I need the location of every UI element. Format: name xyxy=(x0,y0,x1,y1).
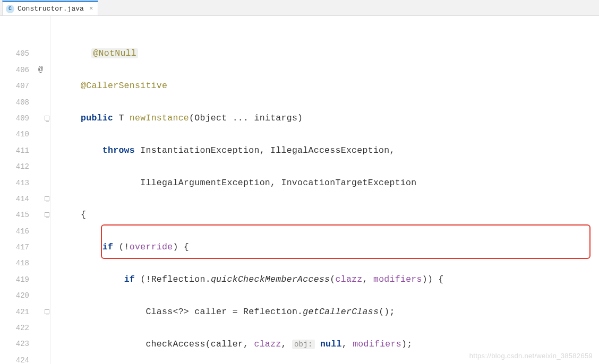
var-caller: caller xyxy=(211,339,243,349)
line-number: 414 xyxy=(0,191,50,207)
tab-filename: Constructor.java xyxy=(18,5,84,13)
override-gutter-icon[interactable]: @ xyxy=(38,62,43,78)
ex-illacc: IllegalAccessException xyxy=(270,145,389,155)
m-quickcheck: quickCheckMemberAccess xyxy=(211,274,330,284)
line-number: 412 xyxy=(0,159,50,175)
code-editor[interactable]: 405406@407408409410411412413414415416417… xyxy=(0,16,599,364)
type-object: Object xyxy=(194,113,227,123)
fold-marker-icon[interactable] xyxy=(45,212,49,217)
field-override: override xyxy=(130,242,173,252)
ex-illarg: IllegalArgumentException xyxy=(140,178,270,188)
line-number: 415 xyxy=(0,207,50,223)
field-modifiers: modifiers xyxy=(353,339,401,349)
line-number: 418 xyxy=(0,255,50,271)
close-icon[interactable]: × xyxy=(89,5,93,13)
kw-throws: throws xyxy=(102,145,135,155)
fold-marker-icon[interactable] xyxy=(45,196,49,201)
kw-null: null xyxy=(320,339,342,349)
line-number: 420 xyxy=(0,288,50,304)
line-number: 410 xyxy=(0,126,50,142)
fold-marker-icon[interactable] xyxy=(45,309,49,314)
line-number: 407 xyxy=(0,78,50,94)
line-number: 409 xyxy=(0,110,50,126)
var-caller: caller xyxy=(194,307,227,317)
type-t: T xyxy=(118,113,124,123)
annotation-callersensitive: @CallerSensitive xyxy=(81,81,167,91)
cls-reflection: Reflection xyxy=(151,274,206,284)
param-initargs: initargs xyxy=(254,113,297,123)
field-clazz: clazz xyxy=(254,339,281,349)
line-number: 424 xyxy=(0,352,50,364)
type-classq: Class<?> xyxy=(146,307,189,317)
line-number: 419 xyxy=(0,272,50,288)
param-hint-obj: obj: xyxy=(292,340,315,349)
field-clazz: clazz xyxy=(336,274,363,284)
kw-if: if xyxy=(102,242,113,252)
tab-bar: C Constructor.java × xyxy=(0,0,599,16)
method-name: newInstance xyxy=(130,113,189,123)
line-number: 406@ xyxy=(0,62,50,78)
ex-inst: InstantiationException xyxy=(140,145,259,155)
code-area[interactable]: @NotNull @CallerSensitive public T newIn… xyxy=(51,16,599,364)
line-number: 421 xyxy=(0,304,50,320)
kw-if: if xyxy=(124,274,135,284)
varargs: ... xyxy=(233,113,249,123)
annotation-notnull: @NotNull xyxy=(91,48,138,58)
line-number: 411 xyxy=(0,143,50,159)
line-number-gutter: 405406@407408409410411412413414415416417… xyxy=(0,16,51,364)
kw-public: public xyxy=(81,113,113,123)
m-checkaccess: checkAccess xyxy=(146,339,205,349)
file-tab[interactable]: C Constructor.java × xyxy=(2,1,98,15)
line-number: 416 xyxy=(0,223,50,239)
line-number: 423 xyxy=(0,336,50,352)
class-file-icon: C xyxy=(6,5,14,13)
line-number: 413 xyxy=(0,175,50,191)
line-number: 408 xyxy=(0,94,50,110)
field-modifiers: modifiers xyxy=(373,274,422,284)
ex-invtgt: InvocationTargetException xyxy=(281,178,416,188)
watermark: https://blog.csdn.net/weixin_38582659 xyxy=(469,352,593,360)
line-number: 405 xyxy=(0,46,50,62)
line-number: 422 xyxy=(0,320,50,336)
line-number: 417 xyxy=(0,239,50,255)
cls-reflection: Reflection xyxy=(243,307,297,317)
fold-marker-icon[interactable] xyxy=(45,116,49,120)
m-getcaller: getCallerClass xyxy=(303,307,379,317)
